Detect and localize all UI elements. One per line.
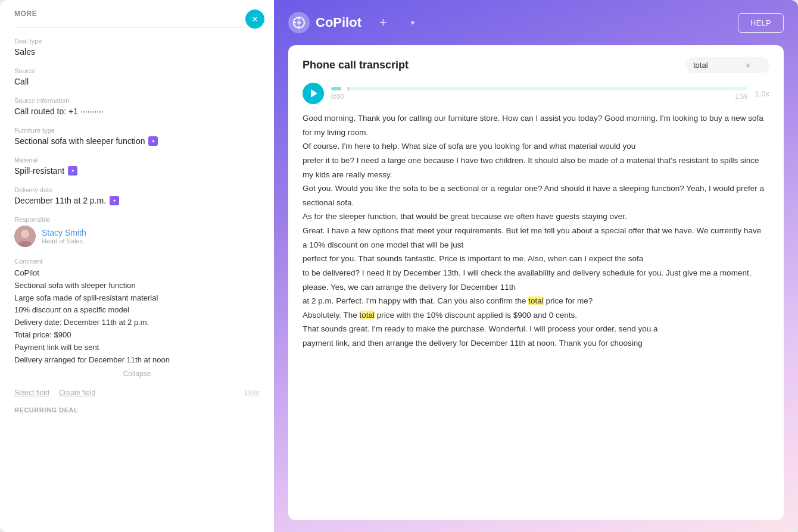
collapse-button[interactable]: Collapse	[14, 370, 260, 378]
comment-line-3: 10% discount on a specific model	[14, 304, 260, 317]
transcript-line-7: to be delivered? I need it by December 1…	[303, 266, 767, 294]
dot-decoration	[411, 21, 414, 24]
source-info-value: Call routed to: +1 ··········	[14, 107, 260, 116]
furniture-type-label: Furniture type	[14, 127, 260, 134]
comment-line-4: Delivery date: December 11th at 2 p.m.	[14, 317, 260, 329]
audio-track-wrapper: 0:00 1:59	[331, 87, 747, 100]
highlight-total-1: total	[528, 296, 544, 305]
svg-point-4	[297, 21, 301, 24]
track-background	[331, 87, 747, 90]
time-row: 0:00 1:59	[331, 93, 747, 100]
copilot-title: CoPilot	[316, 15, 361, 30]
audio-track[interactable]	[331, 87, 747, 90]
transcript-line-5: Great. I have a few options that meet yo…	[303, 224, 767, 252]
select-field-link[interactable]: Select field	[14, 389, 49, 397]
bottom-actions: Select field Create field Dele	[14, 389, 260, 397]
track-thumb[interactable]	[339, 87, 349, 90]
material-field: Material Spill-resistant	[14, 157, 260, 176]
comment-line-0: CoPilot	[14, 267, 260, 280]
transcript-line-8: at 2 p.m. Perfect. I'm happy with that. …	[303, 294, 767, 308]
material-value: Spill-resistant	[14, 166, 260, 176]
plus-decoration: +	[379, 15, 387, 30]
speed-label[interactable]: 1.0x	[755, 89, 769, 98]
close-icon: ×	[253, 14, 257, 24]
audio-player: 0:00 1:59 1.0x	[303, 83, 769, 104]
comment-line-5: Total price: $900	[14, 329, 260, 342]
play-icon	[311, 89, 317, 98]
bottom-links: Select field Create field	[14, 389, 95, 397]
copilot-logo-icon	[288, 12, 310, 33]
transcript-line-2: prefer it to be? I need a large one beca…	[303, 154, 767, 181]
source-value: Call	[14, 77, 260, 86]
play-button[interactable]	[303, 83, 324, 104]
transcript-card: Phone call transcript ×	[288, 45, 784, 520]
transcript-line-3: Got you. Would you like the sofa to be a…	[303, 181, 767, 209]
deal-type-label: Deal type	[14, 37, 260, 45]
material-label: Material	[14, 157, 260, 164]
comment-line-1: Sectional sofa with sleeper function	[14, 280, 260, 292]
transcript-line-0: Good morning. Thank you for calling our …	[303, 111, 767, 139]
more-header: MORE	[14, 10, 260, 18]
delete-link[interactable]: Dele	[245, 389, 260, 397]
transcript-line-9: Absolutely. The total price with the 10%…	[303, 308, 767, 323]
divider	[14, 27, 260, 28]
transcript-line-4: As for the sleeper function, that would …	[303, 209, 767, 224]
search-close-icon[interactable]: ×	[746, 61, 750, 70]
responsible-label: Responsible	[14, 216, 260, 223]
highlight-total-2: total	[360, 311, 375, 320]
source-info-label: Source information	[14, 97, 260, 104]
furniture-type-field: Furniture type Sectional sofa with sleep…	[14, 127, 260, 146]
source-label: Source	[14, 67, 260, 74]
recurring-label: RECURRING DEAL	[14, 406, 260, 414]
delivery-date-value: December 11th at 2 p.m.	[14, 196, 260, 205]
comment-text: CoPilot Sectional sofa with sleeper func…	[14, 267, 260, 366]
svg-point-1	[21, 230, 29, 238]
responsible-row: Stacy Smith Head of Sales	[14, 226, 260, 247]
transcript-content: Good morning. Thank you for calling our …	[303, 111, 769, 508]
responsible-info: Stacy Smith Head of Sales	[42, 228, 86, 245]
search-box[interactable]: ×	[686, 57, 769, 73]
deal-type-field: Deal type Sales	[14, 37, 260, 57]
copilot-panel: CoPilot + HELP Phone call transcript ×	[274, 0, 798, 532]
source-info-field: Source information Call routed to: +1 ··…	[14, 97, 260, 116]
transcript-line-6: perfect for you. That sounds fantastic. …	[303, 252, 767, 266]
transcript-title: Phone call transcript	[303, 59, 409, 71]
furniture-type-value: Sectional sofa with sleeper function	[14, 136, 260, 146]
create-field-link[interactable]: Create field	[59, 389, 95, 397]
copilot-logo: CoPilot +	[288, 12, 414, 33]
copilot-header: CoPilot + HELP	[288, 12, 784, 33]
delivery-date-text: December 11th at 2 p.m.	[14, 196, 106, 205]
ai-suggest-icon-2[interactable]	[68, 166, 77, 176]
comment-line-7: Delivery arranged for December 11th at n…	[14, 354, 260, 367]
search-input[interactable]	[693, 61, 741, 70]
time-end: 1:59	[735, 93, 747, 100]
help-button[interactable]: HELP	[738, 13, 784, 33]
delivery-date-label: Delivery date	[14, 186, 260, 193]
transcript-line-1: Of course. I'm here to help. What size o…	[303, 139, 767, 154]
transcript-line-11: payment link, and then arrange the deliv…	[303, 336, 767, 351]
delivery-date-field: Delivery date December 11th at 2 p.m.	[14, 186, 260, 205]
responsible-title: Head of Sales	[42, 237, 86, 245]
left-panel: MORE × Deal type Sales Source Call Sourc…	[0, 0, 274, 532]
ai-suggest-icon[interactable]	[148, 136, 158, 146]
responsible-name: Stacy Smith	[42, 228, 86, 237]
comment-field: Comment CoPilot Sectional sofa with slee…	[14, 258, 260, 378]
comment-line-2: Large sofa made of spill-resistant mater…	[14, 292, 260, 305]
source-field: Source Call	[14, 67, 260, 86]
comment-label: Comment	[14, 258, 260, 265]
close-button[interactable]: ×	[245, 10, 264, 29]
time-start: 0:00	[331, 93, 344, 100]
deal-type-value: Sales	[14, 47, 260, 57]
transcript-top: Phone call transcript ×	[303, 57, 769, 73]
material-text: Spill-resistant	[14, 166, 64, 176]
transcript-line-10: That sounds great. I'm ready to make the…	[303, 322, 767, 336]
furniture-type-text: Sectional sofa with sleeper function	[14, 136, 145, 146]
comment-line-6: Payment link will be sent	[14, 342, 260, 354]
responsible-field: Responsible Stacy Smith Head of Sales	[14, 216, 260, 247]
avatar	[14, 226, 36, 247]
ai-suggest-icon-3[interactable]	[110, 196, 119, 205]
